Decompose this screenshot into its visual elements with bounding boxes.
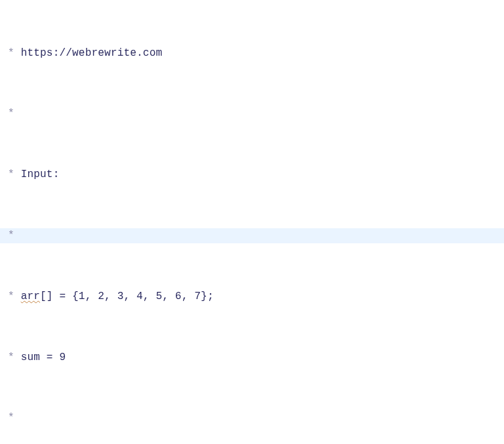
comment-star: *	[8, 352, 14, 363]
comment-star: *	[8, 169, 14, 180]
sum-line: sum = 9	[21, 352, 66, 363]
highlighted-line: *	[0, 228, 504, 243]
code-line: *	[4, 106, 504, 121]
code-text	[14, 47, 21, 59]
comment-star: *	[8, 230, 14, 241]
code-line: *	[4, 411, 504, 426]
code-line: * Input:	[4, 167, 504, 182]
code-line: * sum = 9	[4, 350, 504, 365]
code-line: * arr[] = {1, 2, 3, 4, 5, 6, 7};	[4, 289, 504, 304]
comment-star: *	[8, 291, 14, 302]
identifier-arr: arr	[21, 291, 40, 302]
array-brackets: []	[40, 291, 53, 302]
url-text: https://webrewrite.com	[21, 47, 163, 59]
section-label-input: Input:	[21, 169, 60, 180]
code-line: * https://webrewrite.com	[4, 46, 504, 61]
array-init: = {1, 2, 3, 4, 5, 6, 7};	[53, 291, 214, 302]
comment-star: *	[8, 412, 14, 424]
comment-star: *	[8, 108, 14, 119]
comment-star: *	[8, 47, 14, 59]
code-editor: * https://webrewrite.com * * Input: * * …	[0, 0, 504, 444]
